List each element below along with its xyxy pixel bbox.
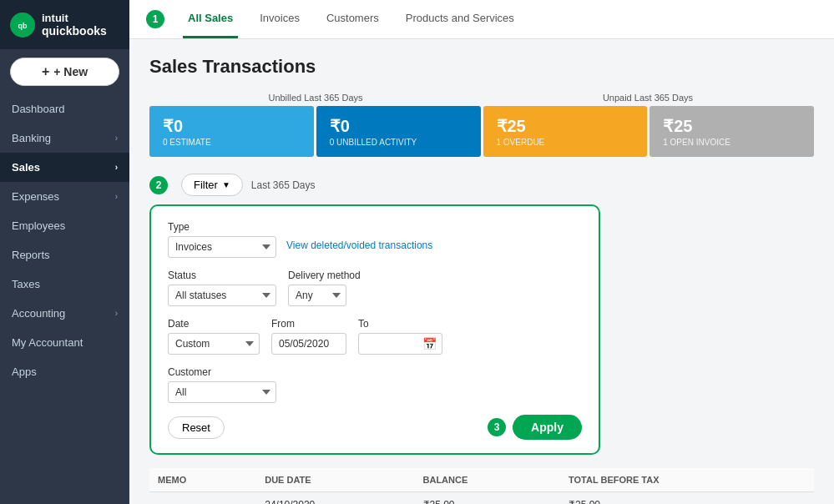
- table-row: 24/10/2020 ₹25.00 ₹25.00: [149, 492, 814, 505]
- quickbooks-icon: qb: [10, 13, 35, 38]
- sidebar-item-employees[interactable]: Employees: [0, 211, 129, 240]
- chevron-down-icon: ▼: [222, 180, 230, 189]
- col-memo: MEMO: [149, 468, 256, 492]
- tab-all-sales[interactable]: All Sales: [183, 0, 238, 38]
- content-area: Sales Transactions Unbilled Last 365 Day…: [129, 39, 834, 504]
- status-select[interactable]: All statuses Open Overdue Paid Voided: [168, 285, 276, 306]
- to-input[interactable]: [364, 338, 422, 350]
- unbilled-label: Unbilled Last 365 Days: [149, 93, 482, 103]
- to-wrapper: 📅: [358, 333, 442, 355]
- delivery-label: Delivery method: [288, 270, 361, 281]
- date-label: Date: [168, 318, 260, 330]
- type-label: Type: [168, 221, 276, 233]
- sidebar-item-apps[interactable]: Apps: [0, 357, 129, 386]
- summary-section: Unbilled Last 365 Days Unpaid Last 365 D…: [149, 93, 814, 157]
- col-balance: BALANCE: [415, 468, 560, 492]
- sidebar-item-expenses[interactable]: Expenses ›: [0, 182, 129, 211]
- transactions-table: MEMO DUE DATE BALANCE TOTAL BEFORE TAX 2…: [149, 468, 814, 504]
- unbilled-desc: 0 UNBILLED ACTIVITY: [330, 138, 468, 147]
- overdue-desc: 1 OVERDUE: [497, 138, 634, 147]
- delivery-select[interactable]: Any Email Print: [288, 285, 346, 306]
- table-header-row: MEMO DUE DATE BALANCE TOTAL BEFORE TAX: [149, 468, 814, 492]
- step-2-badge: 2: [149, 176, 168, 194]
- tab-invoices[interactable]: Invoices: [255, 0, 305, 38]
- date-select[interactable]: Custom Today This Week This Month Last 3…: [168, 333, 260, 355]
- summary-labels: Unbilled Last 365 Days Unpaid Last 365 D…: [149, 93, 814, 103]
- view-deleted-link[interactable]: View deleted/voided transactions: [286, 239, 432, 251]
- status-delivery-row: Status All statuses Open Overdue Paid Vo…: [168, 270, 582, 306]
- date-filter-group: Date Custom Today This Week This Month L…: [168, 318, 260, 355]
- overdue-card[interactable]: ₹25 1 OVERDUE: [483, 106, 648, 157]
- from-filter-group: From: [271, 318, 346, 355]
- col-due-date: DUE DATE: [256, 468, 414, 492]
- type-select[interactable]: Invoices Estimates Credit Notes All: [168, 236, 276, 258]
- sidebar-navigation: Dashboard Banking › Sales › Expenses › E…: [0, 94, 129, 504]
- open-invoice-desc: 1 OPEN INVOICE: [663, 138, 801, 147]
- filter-panel: Type Invoices Estimates Credit Notes All…: [149, 204, 600, 455]
- sidebar-item-sales[interactable]: Sales ›: [0, 153, 129, 182]
- reset-button[interactable]: Reset: [168, 416, 225, 439]
- sidebar-item-my-accountant[interactable]: My Accountant: [0, 328, 129, 357]
- cell-balance: ₹25.00: [415, 492, 560, 505]
- chevron-right-icon: ›: [115, 309, 118, 318]
- open-invoice-card[interactable]: ₹25 1 OPEN INVOICE: [650, 106, 814, 157]
- chevron-right-icon: ›: [115, 134, 118, 143]
- type-filter-group: Type Invoices Estimates Credit Notes All: [168, 221, 276, 258]
- estimate-card[interactable]: ₹0 0 ESTIMATE: [149, 106, 314, 157]
- estimate-amount: ₹0: [163, 116, 301, 136]
- from-label: From: [271, 318, 346, 330]
- cell-total: ₹25.00: [560, 492, 814, 505]
- cards-row: ₹0 0 ESTIMATE ₹0 0 UNBILLED ACTIVITY ₹25…: [149, 106, 814, 157]
- status-label: Status: [168, 270, 276, 281]
- status-filter-group: Status All statuses Open Overdue Paid Vo…: [168, 270, 276, 306]
- sidebar-item-banking[interactable]: Banking ›: [0, 123, 129, 153]
- tab-customers[interactable]: Customers: [321, 0, 384, 38]
- main-content: 1 All Sales Invoices Customers Products …: [129, 0, 834, 504]
- sidebar-item-dashboard[interactable]: Dashboard: [0, 94, 129, 123]
- new-button[interactable]: + + New: [10, 58, 119, 86]
- cell-due-date: 24/10/2020: [256, 492, 414, 505]
- plus-icon: +: [42, 64, 49, 79]
- tabs-bar: 1 All Sales Invoices Customers Products …: [129, 0, 834, 39]
- unbilled-amount: ₹0: [330, 116, 468, 136]
- apply-button[interactable]: Apply: [513, 415, 582, 440]
- col-total-before-tax: TOTAL BEFORE TAX: [560, 468, 814, 492]
- sidebar-item-accounting[interactable]: Accounting ›: [0, 299, 129, 328]
- chevron-right-icon: ›: [115, 192, 118, 201]
- step-1-badge: 1: [146, 10, 164, 28]
- customer-label: Customer: [168, 366, 276, 378]
- customer-select[interactable]: All: [168, 381, 276, 403]
- to-label: To: [358, 318, 442, 330]
- unbilled-card[interactable]: ₹0 0 UNBILLED ACTIVITY: [316, 106, 481, 157]
- filter-actions: Reset 3 Apply: [168, 415, 582, 440]
- chevron-right-icon: ›: [115, 163, 118, 172]
- estimate-desc: 0 ESTIMATE: [163, 138, 301, 147]
- date-row: Date Custom Today This Week This Month L…: [168, 318, 582, 355]
- cell-memo: [149, 492, 256, 505]
- open-invoice-amount: ₹25: [663, 116, 801, 136]
- apply-wrapper: 3 Apply: [488, 415, 582, 440]
- calendar-icon[interactable]: 📅: [422, 337, 437, 350]
- to-filter-group: To 📅: [358, 318, 442, 355]
- sidebar-item-taxes[interactable]: Taxes: [0, 270, 129, 299]
- sidebar-item-reports[interactable]: Reports: [0, 240, 129, 270]
- svg-text:qb: qb: [18, 22, 28, 30]
- sidebar: qb intuit quickbooks + + New Dashboard B…: [0, 0, 129, 504]
- unpaid-label: Unpaid Last 365 Days: [482, 93, 814, 103]
- filter-row: 2 Filter ▼ Last 365 Days: [149, 174, 814, 196]
- filter-button[interactable]: Filter ▼: [181, 174, 243, 196]
- delivery-filter-group: Delivery method Any Email Print: [288, 270, 361, 306]
- page-title: Sales Transactions: [149, 56, 814, 78]
- customer-row: Customer All: [168, 366, 582, 403]
- sidebar-logo: qb intuit quickbooks: [0, 0, 129, 49]
- step-3-badge: 3: [488, 418, 506, 436]
- filter-days-label: Last 365 Days: [251, 179, 316, 191]
- logo-text: intuit quickbooks: [42, 12, 107, 38]
- tab-products-services[interactable]: Products and Services: [401, 0, 519, 38]
- customer-filter-group: Customer All: [168, 366, 276, 403]
- from-input[interactable]: [271, 333, 346, 355]
- overdue-amount: ₹25: [497, 116, 634, 136]
